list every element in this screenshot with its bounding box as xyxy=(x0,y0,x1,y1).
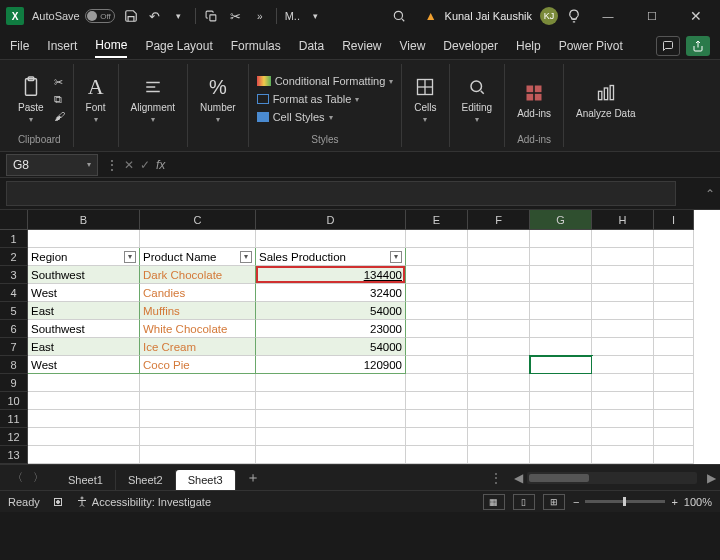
row-header-13[interactable]: 13 xyxy=(0,446,28,464)
cell[interactable] xyxy=(140,392,256,410)
cell[interactable] xyxy=(592,410,654,428)
maximize-button[interactable]: ☐ xyxy=(634,2,670,30)
cell[interactable] xyxy=(530,428,592,446)
page-break-view-button[interactable]: ⊞ xyxy=(543,494,565,510)
cell[interactable] xyxy=(530,266,592,284)
cell[interactable] xyxy=(468,338,530,356)
tab-insert[interactable]: Insert xyxy=(47,35,77,57)
cell-region[interactable]: Southwest xyxy=(28,266,140,284)
search-icon[interactable] xyxy=(391,8,407,24)
cell[interactable] xyxy=(468,410,530,428)
cell[interactable] xyxy=(654,446,694,464)
cell[interactable] xyxy=(592,338,654,356)
cell[interactable] xyxy=(406,338,468,356)
more-icon[interactable]: » xyxy=(252,8,268,24)
cell[interactable] xyxy=(28,374,140,392)
cell-product[interactable]: Coco Pie xyxy=(140,356,256,374)
row-header-10[interactable]: 10 xyxy=(0,392,28,410)
cell-sales[interactable]: 32400 xyxy=(256,284,406,302)
col-header-E[interactable]: E xyxy=(406,210,468,230)
autosave-toggle[interactable]: AutoSave Off xyxy=(32,9,115,23)
cell[interactable] xyxy=(654,428,694,446)
cell[interactable] xyxy=(592,266,654,284)
cell[interactable] xyxy=(468,248,530,266)
cell[interactable] xyxy=(406,302,468,320)
save-icon[interactable] xyxy=(123,8,139,24)
cell[interactable] xyxy=(28,392,140,410)
cell-styles-button[interactable]: Cell Styles▾ xyxy=(257,111,394,123)
cell-region[interactable]: Southwest xyxy=(28,320,140,338)
cell-sales[interactable]: 54000 xyxy=(256,302,406,320)
row-header-2[interactable]: 2 xyxy=(0,248,28,266)
zoom-in-icon[interactable]: + xyxy=(671,496,677,508)
table-header[interactable]: Product Name▾ xyxy=(140,248,256,266)
row-header-4[interactable]: 4 xyxy=(0,284,28,302)
cell[interactable] xyxy=(468,230,530,248)
cell[interactable] xyxy=(406,248,468,266)
cell-product[interactable]: Ice Cream xyxy=(140,338,256,356)
comments-button[interactable] xyxy=(656,36,680,56)
scroll-left-icon[interactable]: ◀ xyxy=(510,471,527,485)
cell[interactable] xyxy=(468,320,530,338)
filter-icon[interactable]: ▾ xyxy=(390,251,402,263)
cell-region[interactable]: East xyxy=(28,338,140,356)
cut-icon[interactable]: ✂ xyxy=(228,8,244,24)
cell[interactable] xyxy=(28,410,140,428)
cell[interactable] xyxy=(592,392,654,410)
row-header-7[interactable]: 7 xyxy=(0,338,28,356)
cell[interactable] xyxy=(654,248,694,266)
cell[interactable] xyxy=(406,410,468,428)
cell[interactable] xyxy=(256,392,406,410)
cell[interactable] xyxy=(530,230,592,248)
zoom-slider[interactable] xyxy=(585,500,665,503)
cell[interactable] xyxy=(28,446,140,464)
cell[interactable] xyxy=(406,356,468,374)
cell[interactable] xyxy=(140,230,256,248)
select-all-corner[interactable] xyxy=(0,210,28,230)
cell[interactable] xyxy=(140,410,256,428)
cell[interactable] xyxy=(654,356,694,374)
cell[interactable] xyxy=(468,392,530,410)
cell[interactable] xyxy=(406,392,468,410)
col-header-D[interactable]: D xyxy=(256,210,406,230)
cell[interactable] xyxy=(592,374,654,392)
horizontal-scrollbar[interactable] xyxy=(527,472,697,484)
copy-icon[interactable] xyxy=(204,8,220,24)
minimize-button[interactable]: — xyxy=(590,2,626,30)
cell[interactable] xyxy=(530,320,592,338)
cell[interactable] xyxy=(654,320,694,338)
cell-region[interactable]: East xyxy=(28,302,140,320)
analyze-data-button[interactable]: Analyze Data xyxy=(572,78,639,121)
cell[interactable] xyxy=(530,284,592,302)
cell[interactable] xyxy=(256,428,406,446)
col-header-F[interactable]: F xyxy=(468,210,530,230)
cell[interactable] xyxy=(468,428,530,446)
cell-sales[interactable]: 120900 xyxy=(256,356,406,374)
cell[interactable] xyxy=(406,320,468,338)
editing-button[interactable]: Editing▾ xyxy=(458,72,497,126)
addins-button[interactable]: Add-ins xyxy=(513,78,555,121)
toggle-off-icon[interactable]: Off xyxy=(85,9,115,23)
tab-formulas[interactable]: Formulas xyxy=(231,35,281,57)
sheet-tab-3[interactable]: Sheet3 xyxy=(176,470,236,490)
cell[interactable] xyxy=(406,428,468,446)
cell[interactable] xyxy=(530,248,592,266)
table-header[interactable]: Sales Production▾ xyxy=(256,248,406,266)
cell[interactable] xyxy=(654,410,694,428)
sheet-tab-1[interactable]: Sheet1 xyxy=(56,470,116,490)
cell[interactable] xyxy=(140,428,256,446)
sheet-tab-2[interactable]: Sheet2 xyxy=(116,470,176,490)
row-header-11[interactable]: 11 xyxy=(0,410,28,428)
conditional-formatting-button[interactable]: Conditional Formatting▾ xyxy=(257,75,394,87)
cell[interactable] xyxy=(406,446,468,464)
paste-button[interactable]: Paste ▾ xyxy=(14,72,48,126)
cell[interactable] xyxy=(256,410,406,428)
cell[interactable] xyxy=(406,266,468,284)
cell-product[interactable]: Muffins xyxy=(140,302,256,320)
cell[interactable] xyxy=(468,356,530,374)
row-header-5[interactable]: 5 xyxy=(0,302,28,320)
cell[interactable] xyxy=(654,374,694,392)
cell[interactable] xyxy=(530,410,592,428)
sheet-options-icon[interactable]: ⋮ xyxy=(482,471,510,485)
cancel-formula-icon[interactable]: ✕ xyxy=(124,158,134,172)
